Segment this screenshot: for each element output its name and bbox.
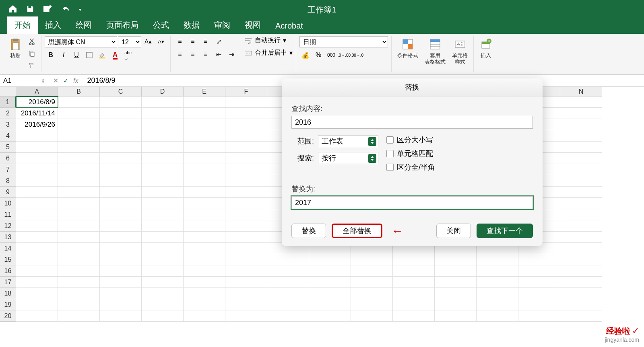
tab-draw[interactable]: 绘图 (68, 16, 99, 34)
cell[interactable] (560, 198, 602, 209)
enter-icon[interactable]: ✓ (63, 77, 68, 84)
cell[interactable] (58, 299, 100, 310)
cell[interactable] (560, 97, 602, 108)
cell[interactable] (184, 198, 225, 209)
cell[interactable] (518, 299, 560, 310)
cell[interactable] (518, 310, 560, 322)
cell[interactable] (58, 232, 100, 243)
cell[interactable] (16, 254, 58, 265)
cell[interactable] (225, 164, 267, 175)
cell[interactable] (142, 187, 184, 198)
cell[interactable] (225, 232, 267, 243)
cell[interactable] (477, 299, 518, 310)
cell[interactable] (225, 277, 267, 288)
cell[interactable] (184, 265, 225, 277)
cell[interactable] (16, 299, 58, 310)
cancel-icon[interactable]: ✕ (53, 77, 58, 84)
cell[interactable] (518, 265, 560, 277)
cell[interactable] (225, 198, 267, 209)
cell[interactable] (142, 130, 184, 142)
cell[interactable] (58, 164, 100, 175)
cell[interactable] (560, 243, 602, 254)
cell[interactable] (477, 265, 518, 277)
cell[interactable] (142, 299, 184, 310)
cell[interactable] (267, 310, 309, 322)
cell[interactable] (100, 164, 142, 175)
row-header[interactable]: 20 (0, 310, 16, 322)
orientation-icon[interactable]: ⤢ (213, 36, 225, 47)
merge-button[interactable]: 合并后居中▾ (244, 49, 293, 57)
replace-button[interactable]: 替换 (291, 224, 326, 238)
align-top-icon[interactable]: ≡ (174, 36, 186, 47)
row-header[interactable]: 17 (0, 277, 16, 288)
match-width-checkbox[interactable]: 区分全/半角 (386, 162, 435, 172)
home-icon[interactable] (8, 4, 18, 15)
cell-styles-button[interactable]: 单元格 样式 (450, 36, 470, 66)
cell[interactable] (184, 97, 225, 108)
row-header[interactable]: 13 (0, 232, 16, 243)
comma-icon[interactable]: 000 (325, 50, 337, 60)
cell[interactable] (225, 310, 267, 322)
column-header[interactable]: F (225, 87, 267, 97)
cell[interactable] (16, 130, 58, 142)
currency-icon[interactable]: 💰 (299, 50, 312, 60)
select-all-corner[interactable] (0, 87, 16, 97)
scope-select[interactable]: 工作表 (318, 135, 378, 147)
cell[interactable] (58, 265, 100, 277)
cell[interactable] (435, 265, 477, 277)
cell[interactable] (560, 232, 602, 243)
match-case-checkbox[interactable]: 区分大小写 (386, 135, 435, 145)
cell[interactable] (560, 209, 602, 220)
cell[interactable] (225, 187, 267, 198)
tab-layout[interactable]: 页面布局 (99, 16, 146, 34)
cell[interactable] (351, 310, 393, 322)
replace-input[interactable] (291, 196, 533, 209)
cell[interactable] (435, 277, 477, 288)
fill-color-button[interactable] (96, 50, 108, 60)
cell[interactable] (225, 209, 267, 220)
cell[interactable] (142, 119, 184, 130)
cell[interactable] (184, 288, 225, 299)
cell[interactable] (560, 108, 602, 119)
cell[interactable] (58, 119, 100, 130)
cell[interactable] (100, 265, 142, 277)
cell[interactable] (560, 220, 602, 232)
cell[interactable] (16, 142, 58, 153)
cell[interactable] (477, 288, 518, 299)
cell[interactable] (58, 97, 100, 108)
replace-all-button[interactable]: 全部替换 (332, 224, 382, 238)
cell[interactable] (351, 265, 393, 277)
cell[interactable] (184, 164, 225, 175)
cell[interactable] (16, 209, 58, 220)
cell[interactable] (58, 277, 100, 288)
cell[interactable] (267, 299, 309, 310)
tab-insert[interactable]: 插入 (38, 16, 68, 34)
cell[interactable] (58, 209, 100, 220)
decrease-indent-icon[interactable]: ⇤ (213, 49, 225, 60)
row-header[interactable]: 15 (0, 254, 16, 265)
cell[interactable] (58, 187, 100, 198)
row-header[interactable]: 18 (0, 288, 16, 299)
cell[interactable] (560, 254, 602, 265)
cell[interactable] (560, 277, 602, 288)
cell[interactable] (16, 265, 58, 277)
italic-button[interactable]: I (58, 50, 70, 60)
find-input[interactable] (291, 116, 533, 129)
row-header[interactable]: 5 (0, 142, 16, 153)
cell[interactable] (16, 310, 58, 322)
cell[interactable] (184, 220, 225, 232)
close-button[interactable]: 关闭 (436, 224, 471, 238)
phonetic-button[interactable]: abc◡ (122, 50, 134, 60)
cell[interactable] (184, 277, 225, 288)
cell[interactable] (100, 220, 142, 232)
cell[interactable] (560, 119, 602, 130)
font-size-select[interactable]: 12 (118, 36, 141, 47)
cell[interactable] (560, 164, 602, 175)
cell[interactable] (184, 175, 225, 187)
save-icon[interactable] (26, 4, 35, 15)
font-color-button[interactable]: A (109, 50, 121, 60)
number-format-select[interactable]: 日期 (299, 36, 388, 47)
decrease-decimal-icon[interactable]: .00→.0 (351, 50, 363, 60)
cell[interactable] (100, 153, 142, 164)
cell[interactable] (58, 243, 100, 254)
